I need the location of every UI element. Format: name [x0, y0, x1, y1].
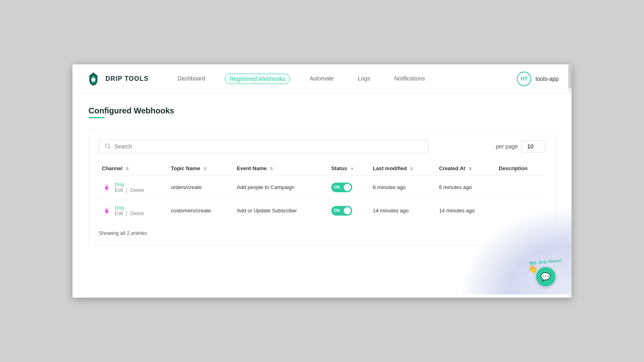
svg-point-0: [91, 78, 95, 82]
drip-logo-icon: [102, 183, 111, 192]
chat-icon: 💬: [541, 272, 551, 282]
col-topic: Topic Name ⇅: [168, 161, 234, 176]
table-row: Drip Edit | Delete orders/create Add peo…: [99, 176, 545, 199]
col-description: Description: [495, 161, 545, 176]
cell-modified-1: 14 minutes ago: [369, 199, 436, 222]
sort-status-icon[interactable]: ▼: [350, 167, 354, 171]
search-input[interactable]: [114, 143, 423, 150]
sort-topic-icon[interactable]: ⇅: [203, 167, 206, 171]
channel-name: Drip: [115, 181, 144, 187]
per-page-area: per page: [496, 140, 545, 152]
logo-icon: [85, 71, 101, 87]
cell-event-0: Add people to Campaign: [233, 176, 328, 199]
cell-channel-0: Drip Edit | Delete: [99, 176, 168, 199]
cell-status-0: ON: [328, 176, 370, 199]
col-event: Event Name ⇅: [233, 161, 328, 176]
sort-created-icon[interactable]: ⇅: [469, 167, 472, 171]
nav-dashboard[interactable]: Dashboard: [173, 74, 210, 84]
status-toggle-0[interactable]: ON: [331, 183, 352, 192]
action-sep: |: [126, 187, 127, 193]
cell-status-1: ON: [328, 199, 370, 222]
col-status: Status ▼: [328, 161, 370, 176]
nav-links: Dashboard Registered Webhooks Automate L…: [173, 74, 517, 84]
per-page-input[interactable]: [521, 140, 545, 152]
title-underline: [89, 117, 105, 118]
navbar: DRIP TOOLS Dashboard Registered Webhooks…: [72, 64, 572, 93]
scrollbar-thumb[interactable]: [568, 64, 572, 88]
webhooks-table: Channel ⇅ Topic Name ⇅ Event Name ⇅ Stat…: [99, 161, 545, 222]
cell-topic-0: orders/create: [168, 176, 234, 199]
chat-widget: We Are Here! 👋 💬: [529, 259, 562, 286]
nav-registered-webhooks[interactable]: Registered Webhooks: [225, 74, 290, 84]
cell-event-1: Add or Update Subscriber: [233, 199, 328, 222]
toggle-knob: [344, 207, 351, 214]
search-box[interactable]: [99, 140, 429, 153]
col-channel: Channel ⇅: [99, 161, 168, 176]
edit-link[interactable]: Edit: [115, 187, 123, 193]
chat-button[interactable]: 💬: [536, 267, 555, 286]
per-page-label: per page: [496, 143, 518, 150]
channel-name: Drip: [115, 205, 144, 211]
edit-link[interactable]: Edit: [115, 211, 123, 216]
drip-logo-icon: [102, 206, 111, 216]
logo-text: DRIP TOOLS: [105, 75, 149, 82]
sort-event-icon[interactable]: ⇅: [270, 167, 273, 171]
wave-emoji: 👋: [528, 264, 538, 274]
sort-channel-icon[interactable]: ⇅: [126, 167, 129, 171]
table-toolbar: per page: [99, 140, 545, 153]
sort-modified-icon[interactable]: ⇅: [410, 167, 413, 171]
svg-point-3: [105, 210, 108, 212]
cell-description-1: [495, 199, 545, 222]
nav-logs[interactable]: Logs: [353, 74, 375, 84]
status-toggle-1[interactable]: ON: [331, 206, 352, 216]
table-container: per page Channel ⇅ Topic Name ⇅: [89, 130, 555, 246]
cell-created-0: 6 minutes ago: [436, 176, 495, 199]
cell-created-1: 14 minutes ago: [436, 199, 495, 222]
table-row: Drip Edit | Delete customers/create Add …: [99, 199, 545, 222]
user-area: HT tools-app: [517, 72, 559, 86]
channel-actions: Edit | Delete: [115, 187, 144, 193]
user-name: tools-app: [535, 76, 559, 82]
action-sep: |: [126, 211, 127, 216]
col-created-at: Created At ⇅: [436, 161, 495, 176]
user-avatar[interactable]: HT: [517, 72, 531, 86]
svg-point-2: [105, 187, 108, 189]
nav-automate[interactable]: Automate: [305, 74, 339, 84]
cell-modified-0: 6 minutes ago: [369, 176, 436, 199]
toggle-knob: [344, 184, 351, 191]
delete-link[interactable]: Delete: [130, 211, 144, 216]
cell-channel-1: Drip Edit | Delete: [99, 199, 168, 222]
delete-link[interactable]: Delete: [130, 187, 144, 193]
toggle-label: ON: [334, 208, 340, 213]
showing-text: Showing all 2 entries: [99, 230, 545, 236]
logo-area[interactable]: DRIP TOOLS: [85, 71, 149, 87]
nav-notifications[interactable]: Notifications: [389, 74, 429, 84]
toggle-label: ON: [334, 185, 340, 189]
col-last-modified: Last modified ⇅: [369, 161, 436, 176]
page-title: Configured Webhooks: [89, 106, 555, 115]
main-content: Configured Webhooks per page: [72, 93, 572, 294]
cell-description-0: [495, 176, 545, 199]
search-icon: [105, 143, 111, 150]
cell-topic-1: customers/create: [168, 199, 234, 222]
channel-actions: Edit | Delete: [115, 211, 144, 216]
